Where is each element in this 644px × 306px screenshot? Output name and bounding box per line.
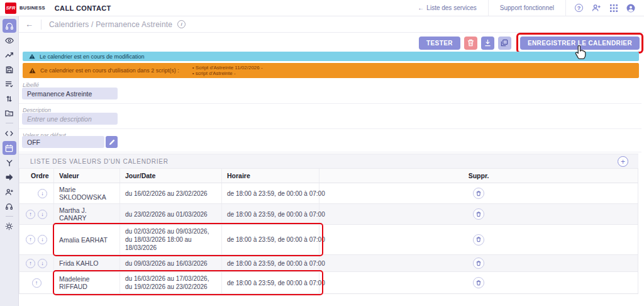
sidebar-item-eye[interactable] [0,33,19,48]
add-user-icon[interactable] [592,4,601,12]
usage-alert: Ce calendrier est en cours d'utilisation… [23,63,639,78]
copy-icon [501,39,508,47]
sidebar-item-support[interactable] [0,199,19,213]
user-account-icon[interactable] [626,4,635,13]
move-down-button[interactable]: ↓ [38,235,47,244]
section-header: LISTE DES VALEURS D'UN CALENDRIER + [19,154,638,169]
delete-row-button[interactable] [473,234,484,246]
column-header-ordre: Ordre [19,169,54,183]
table-row: ↑ Madeleine RIFFAUD du 16/03/2026 au 17/… [19,272,638,294]
sidebar-item-folder[interactable] [0,106,19,120]
sidebar-item-stats[interactable] [0,48,19,62]
liste-des-services-label: Liste des services [426,4,476,11]
usage-alert-text: Ce calendrier est en cours d'utilisation… [40,67,179,74]
jour-cell: du 23/02/2026 au 01/03/2026 [120,204,222,224]
sidebar-item-code[interactable] [0,126,19,140]
trash-icon [476,280,481,286]
delete-row-button[interactable] [473,277,484,288]
valeur-cell: Amalia EARHAT [54,225,120,254]
table-row: ↑ ↓ Martha J. CANARY du 23/02/2026 au 01… [19,204,638,225]
apps-grid-icon[interactable] [610,4,618,12]
sidebar-item-add-user[interactable] [0,184,19,199]
section-title: LISTE DES VALEURS D'UN CALENDRIER [19,158,169,165]
move-up-button[interactable]: ↑ [26,235,35,244]
export-calendar-button[interactable] [481,37,494,50]
tester-button[interactable]: TESTER [419,37,460,50]
trending-chart-icon [5,52,14,59]
move-up-button[interactable]: ↑ [26,259,35,268]
script-list: Script d'Astreinte 11/02/2026 - script d… [192,65,263,76]
delete-row-button[interactable] [473,208,484,220]
support-label: Support fonctionnel [500,4,554,11]
sidebar-divider [6,216,13,217]
trash-icon [476,212,481,217]
sidebar-item-forward[interactable] [0,170,19,184]
duplicate-calendar-button[interactable] [498,37,511,50]
gear-icon [5,222,13,230]
call-split-icon [6,159,13,167]
back-arrow-icon: ← [418,4,424,11]
folder-icon [5,110,13,116]
sidebar-item-playlist[interactable] [0,77,19,91]
delete-calendar-button[interactable] [464,37,477,50]
sidebar: ★ [0,16,19,306]
save-calendar-button[interactable]: ENREGISTRER LE CALENDRIER [520,37,640,50]
move-up-button[interactable]: ↑ [26,210,35,219]
swap-vertical-icon [6,95,13,103]
trash-icon [476,191,481,196]
jour-cell: du 16/03/2026 au 17/03/2026, du 19/02/20… [120,272,222,293]
delete-row-button[interactable] [473,188,484,199]
suppr-cell [319,255,638,271]
horaire-cell: de 18:00 à 23:59, de 00:00 à 07:00 [222,204,319,224]
valeur-defaut-input[interactable] [22,136,104,148]
support-fonctionnel-link[interactable]: Support fonctionnel [488,0,565,16]
order-cell: ↑ ↓ [19,255,54,271]
save-icon [6,66,13,74]
horaire-cell: de 18:00 à 23:59, de 00:00 à 07:00 [222,272,319,293]
suppr-cell [319,183,638,203]
description-input[interactable] [22,113,118,125]
script-list-item: script d'Astreinte - [192,71,263,76]
breadcrumb-bar: ← Calendriers / Permanence Astreinte i [19,16,644,33]
section-divider [19,128,641,129]
libelle-input[interactable] [22,88,118,99]
main-content: TESTER ENREGISTRER LE CALENDRIER [19,33,644,306]
sidebar-item-swap[interactable] [0,91,19,106]
move-down-button[interactable]: ↓ [38,210,47,219]
help-icon[interactable]: ? [575,4,583,12]
add-value-button[interactable]: + [618,156,628,167]
sidebar-item-split[interactable] [0,156,19,170]
horaire-cell: de 18:00 à 23:59, de 00:00 à 07:00 [222,255,319,271]
calendar-icon [3,141,16,155]
move-down-button[interactable]: ↓ [38,259,47,268]
table-row: ↑ ↓ Amalia EARHAT du 02/03/2026 au 09/03… [19,225,638,255]
move-up-button[interactable]: ↑ [32,278,42,288]
sidebar-item-save[interactable] [0,62,19,77]
move-down-button[interactable]: ↓ [38,189,47,198]
sidebar-item-calendar[interactable] [0,140,19,156]
delete-row-button[interactable] [473,258,484,269]
jour-cell: du 02/03/2026 au 09/03/2026, du 18/03/20… [120,225,222,254]
sfr-logo: SFR [5,3,16,14]
calendar-toolbar: TESTER ENREGISTRER LE CALENDRIER [419,33,644,53]
trash-icon [476,237,481,242]
info-icon[interactable]: i [177,20,186,28]
modification-alert-text: Le calendrier est en cours de modificati… [40,54,145,60]
headset-icon [3,19,16,33]
section-divider [19,152,641,152]
jour-cell: du 16/02/2026 au 23/02/2026 [120,183,222,203]
sidebar-divider [6,123,13,123]
back-button[interactable]: ← [19,20,41,29]
warning-triangle-icon [29,54,35,59]
sidebar-item-headset[interactable] [0,18,19,33]
liste-des-services-link[interactable]: ← Liste des services [406,0,487,16]
edit-default-value-button[interactable] [106,136,118,148]
order-spacer [26,189,35,198]
call-contact-app: SFR BUSINESS CALL CONTACT ← Liste des se… [0,0,644,306]
valeur-cell: Martha J. CANARY [54,204,120,224]
sidebar-item-settings[interactable] [0,219,19,234]
calendar-values-section: LISTE DES VALEURS D'UN CALENDRIER + Ordr… [19,154,638,294]
valeur-cell: Madeleine RIFFAUD [54,272,120,293]
headset-small-icon [5,203,13,210]
horaire-cell: de 18:00 à 23:59, de 00:00 à 07:00 [222,183,319,203]
